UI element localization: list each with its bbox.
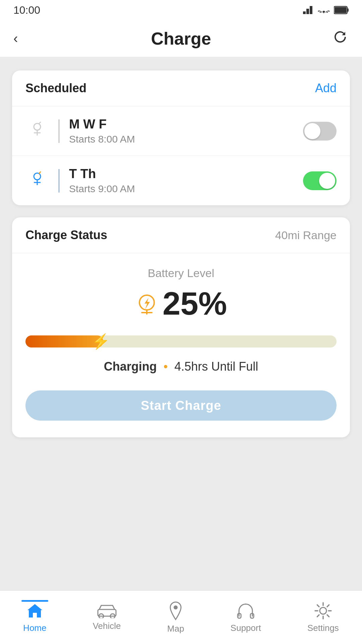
battery-progress-bar: ⚡	[25, 335, 337, 347]
back-button[interactable]: ‹	[13, 31, 34, 46]
main-content: Scheduled Add M W F Starts 8:00 AM	[0, 57, 362, 590]
nav-item-settings[interactable]: Settings	[307, 601, 339, 633]
progress-lightning-icon: ⚡	[92, 333, 110, 350]
charging-dot: •	[160, 360, 171, 373]
svg-marker-1	[306, 9, 309, 14]
schedule-info-tth: T Th Starts 9:00 AM	[69, 167, 303, 195]
schedule-info-mwf: M W F Starts 8:00 AM	[69, 117, 303, 145]
svg-rect-5	[335, 7, 347, 13]
schedule-row-tth: T Th Starts 9:00 AM	[12, 156, 350, 205]
status-bar: 10:00	[0, 0, 362, 20]
battery-plug-icon	[135, 292, 159, 315]
scheduled-title: Scheduled	[25, 81, 86, 95]
status-time: 10:00	[13, 4, 40, 16]
status-icons	[303, 4, 349, 16]
start-charge-button[interactable]: Start Charge	[25, 390, 337, 421]
nav-item-map[interactable]: Map	[167, 601, 184, 634]
svg-marker-0	[303, 11, 306, 14]
svg-rect-15	[98, 609, 116, 616]
svg-point-21	[320, 607, 326, 614]
nav-label-home: Home	[23, 623, 46, 633]
toggle-tth[interactable]	[303, 171, 337, 190]
schedule-divider-mwf	[58, 119, 60, 143]
schedule-time-tth: Starts 9:00 AM	[69, 183, 303, 195]
gear-icon	[314, 601, 333, 620]
battery-progress-fill: ⚡	[25, 335, 103, 347]
battery-percentage: 25%	[163, 285, 227, 322]
refresh-button[interactable]	[328, 29, 349, 48]
scheduled-card-header: Scheduled Add	[12, 70, 350, 106]
nav-item-support[interactable]: Support	[231, 601, 261, 633]
charge-status-range: 40mi Range	[275, 229, 337, 242]
toggle-knob-mwf	[304, 123, 320, 139]
nav-label-support: Support	[231, 623, 261, 633]
home-icon	[25, 601, 44, 620]
schedule-time-mwf: Starts 8:00 AM	[69, 133, 303, 145]
charge-status-title: Charge Status	[25, 228, 107, 242]
scheduled-card: Scheduled Add M W F Starts 8:00 AM	[12, 70, 350, 205]
add-schedule-button[interactable]: Add	[315, 81, 337, 95]
headphones-icon	[236, 601, 255, 620]
page-title: Charge	[151, 29, 211, 49]
svg-point-18	[174, 605, 178, 609]
nav-label-settings: Settings	[307, 623, 339, 633]
charge-body: Battery Level 25% ⚡ Charging • 4.5hrs Un	[12, 253, 350, 437]
charge-status-header: Charge Status 40mi Range	[12, 217, 350, 253]
toggle-mwf[interactable]	[303, 122, 337, 141]
nav-item-home[interactable]: Home	[23, 601, 46, 633]
charging-label: Charging	[104, 360, 157, 373]
map-icon	[168, 601, 183, 621]
schedule-days-tth: T Th	[69, 167, 303, 181]
wifi-icon	[318, 4, 330, 16]
header: ‹ Charge	[0, 20, 362, 57]
schedule-divider-tth	[58, 169, 60, 193]
battery-percent-row: 25%	[135, 285, 227, 322]
nav-item-vehicle[interactable]: Vehicle	[93, 603, 121, 631]
signal-icon	[303, 5, 314, 15]
nav-label-vehicle: Vehicle	[93, 621, 121, 631]
schedule-icon-mwf	[25, 121, 49, 141]
schedule-icon-tth	[25, 171, 49, 191]
battery-status-icon	[334, 6, 349, 14]
svg-marker-2	[310, 6, 312, 14]
bottom-nav: Home Vehicle Map Support	[0, 590, 362, 644]
battery-label: Battery Level	[148, 267, 214, 280]
nav-label-map: Map	[167, 624, 184, 634]
time-until-full: 4.5hrs Until Full	[174, 360, 258, 373]
toggle-knob-tth	[319, 173, 335, 189]
car-icon	[97, 603, 117, 618]
schedule-days-mwf: M W F	[69, 117, 303, 131]
schedule-row-mwf: M W F Starts 8:00 AM	[12, 106, 350, 156]
svg-point-9	[34, 173, 41, 180]
svg-point-6	[34, 123, 41, 130]
svg-rect-4	[347, 8, 349, 12]
charging-status-text: Charging • 4.5hrs Until Full	[104, 360, 258, 374]
charge-status-card: Charge Status 40mi Range Battery Level 2…	[12, 217, 350, 437]
